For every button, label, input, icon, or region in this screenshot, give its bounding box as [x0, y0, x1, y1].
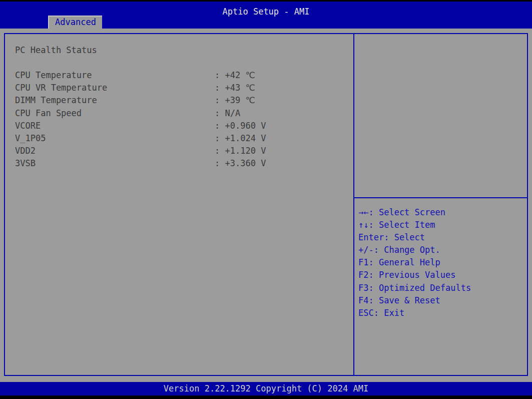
shortcut-general-help: F1: General Help [358, 256, 526, 269]
item-label: DIMM Temperature [15, 94, 215, 107]
item-value: +43 ℃ [225, 82, 255, 94]
shortcut-enter-select: Enter: Select [358, 231, 526, 244]
shortcut-previous-values: F2: Previous Values [358, 269, 526, 281]
item-value: N/A [225, 107, 240, 120]
item-label: CPU Temperature [15, 69, 215, 82]
item-label: VCORE [15, 120, 215, 132]
shortcut-change-opt: +/-: Change Opt. [358, 244, 526, 256]
item-separator: : [215, 94, 225, 107]
health-item-row: CPU Temperature: +42 ℃ [15, 69, 353, 82]
page-title: Aptio Setup - AMI [0, 7, 532, 17]
item-separator: : [215, 145, 225, 157]
item-label: CPU VR Temperature [15, 82, 215, 94]
bios-setup-screen: { "colors": { "navy": "#0202a2", "body_g… [0, 0, 532, 399]
help-panel-divider [354, 197, 527, 198]
item-value: +39 ℃ [225, 94, 255, 107]
shortcut-optimized-defaults: F3: Optimized Defaults [358, 282, 526, 294]
shortcut-list: →←: Select Screen ↑↓: Select Item Enter:… [358, 206, 526, 319]
shortcut-save-reset: F4: Save & Reset [358, 294, 526, 307]
item-value: +1.024 V [225, 132, 266, 145]
item-value: +1.120 V [225, 145, 266, 157]
content-area: PC Health Status CPU Temperature: +42 ℃ … [4, 33, 528, 376]
bottom-black-strip [0, 395, 532, 399]
item-separator: : [215, 69, 225, 82]
item-label: VDD2 [15, 145, 215, 157]
item-value: +42 ℃ [225, 69, 255, 82]
item-separator: : [215, 157, 225, 170]
health-item-row: VCORE: +0.960 V [15, 120, 353, 132]
version-text: Version 2.22.1292 Copyright (C) 2024 AMI [164, 383, 368, 393]
version-bar: Version 2.22.1292 Copyright (C) 2024 AMI [0, 382, 532, 395]
health-item-row: DIMM Temperature: +39 ℃ [15, 94, 353, 107]
header-bar: Aptio Setup - AMI Advanced [0, 2, 532, 29]
item-value: +3.360 V [225, 157, 266, 170]
section-title: PC Health Status [15, 44, 353, 57]
item-separator: : [215, 107, 225, 120]
health-item-row: 3VSB: +3.360 V [15, 157, 353, 170]
shortcut-esc-exit: ESC: Exit [358, 307, 526, 319]
health-item-list: CPU Temperature: +42 ℃ CPU VR Temperatur… [15, 69, 353, 170]
shortcut-select-screen: →←: Select Screen [358, 206, 526, 219]
item-separator: : [215, 132, 225, 145]
item-label: 3VSB [15, 157, 215, 170]
health-status-panel: PC Health Status CPU Temperature: +42 ℃ … [5, 34, 353, 375]
health-item-row: CPU VR Temperature: +43 ℃ [15, 82, 353, 94]
help-panel: →←: Select Screen ↑↓: Select Item Enter:… [353, 34, 527, 375]
tab-advanced[interactable]: Advanced [48, 16, 102, 29]
shortcut-select-item: ↑↓: Select Item [358, 219, 526, 231]
item-separator: : [215, 82, 225, 94]
health-item-row: VDD2: +1.120 V [15, 145, 353, 157]
item-label: V_1P05 [15, 132, 215, 145]
health-item-row: CPU Fan Speed: N/A [15, 107, 353, 120]
health-item-row: V_1P05: +1.024 V [15, 132, 353, 145]
item-label: CPU Fan Speed [15, 107, 215, 120]
item-separator: : [215, 120, 225, 132]
item-value: +0.960 V [225, 120, 266, 132]
